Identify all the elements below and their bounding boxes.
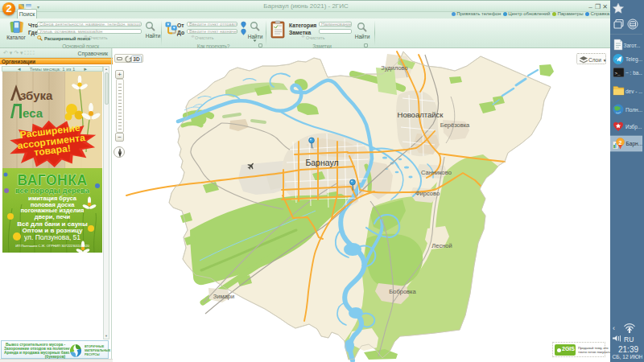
svg-text:21:39: 21:39 — [618, 345, 638, 354]
svg-text:Санниково: Санниково — [421, 169, 452, 176]
svg-text:Новоалтайск: Новоалтайск — [398, 110, 444, 119]
svg-text:Загот...: Загот... — [624, 43, 641, 48]
svg-text:Берёзовка: Берёзовка — [440, 121, 470, 129]
svg-text:Барн...: Барн... — [626, 141, 643, 147]
svg-text:збука: збука — [20, 88, 53, 102]
svg-text:Бобровка: Бобровка — [389, 288, 416, 295]
svg-text:~ : ba...: ~ : ba... — [625, 70, 642, 76]
svg-text:все породы дерева: все породы дерева — [15, 186, 90, 195]
svg-text:2: 2 — [618, 140, 621, 146]
svg-text:Фирсово: Фирсово — [415, 190, 440, 197]
svg-text:Избр...: Избр... — [625, 124, 642, 130]
svg-text:>_: >_ — [615, 71, 621, 76]
svg-text:Зудилово: Зудилово — [381, 64, 407, 72]
svg-text:ИП Полташев С.Ж. ОГРНИП 307222: ИП Полташев С.Ж. ОГРНИП 307222301100820 — [15, 244, 89, 248]
svg-text:RU: RU — [624, 335, 634, 343]
svg-text:двери, печи: двери, печи — [35, 212, 71, 220]
svg-text:Зимари: Зимари — [213, 293, 234, 300]
svg-text:Барнаул: Барнаул — [305, 158, 338, 167]
svg-text:еса: еса — [23, 106, 43, 120]
svg-text:dev - ...: dev - ... — [625, 88, 642, 94]
svg-text:Лесной: Лесной — [431, 242, 452, 249]
svg-text:ул. Ползунова, 51: ул. Ползунова, 51 — [24, 233, 80, 241]
svg-text:‹: ‹ — [613, 324, 615, 332]
svg-text:СБ, 12 ИЮН: СБ, 12 ИЮН — [613, 354, 643, 360]
svg-text:Полн...: Полн... — [625, 107, 642, 113]
svg-text:Teleg...: Teleg... — [625, 56, 642, 63]
